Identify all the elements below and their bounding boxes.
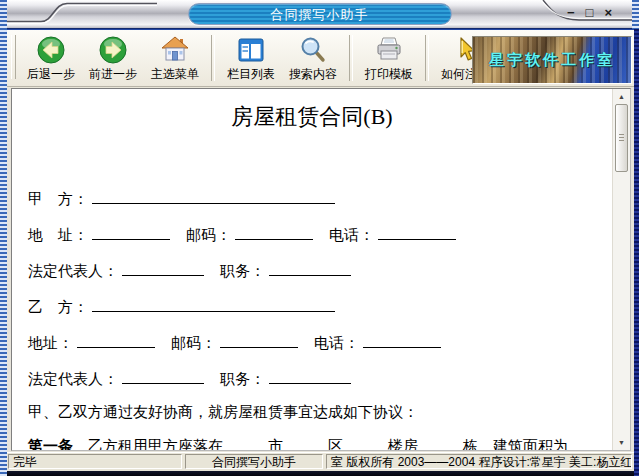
blank-line — [122, 368, 204, 384]
toolbar-button-label: 前进一步 — [89, 66, 137, 83]
panel-list-icon — [236, 35, 266, 65]
toolbar-button-forward[interactable]: 前进一步 — [82, 34, 144, 83]
toolbar-button-search[interactable]: 搜索内容 — [282, 34, 344, 83]
blank-line — [92, 224, 170, 240]
party-a-label: 甲 方： — [28, 191, 88, 207]
status-done: 完毕 — [8, 454, 182, 469]
agreement-paragraph: 甲、乙双方通过友好协商，就房屋租赁事宜达成如下协议： — [28, 404, 418, 421]
vertical-scrollbar[interactable]: ▲ ▼ — [612, 89, 630, 450]
toolbar-button-label: 打印模板 — [365, 66, 413, 83]
phone-label: 电话： — [314, 335, 359, 351]
status-app-name: 合同撰写小助手 — [185, 454, 323, 469]
clause-1-line: 第一条 乙方租用甲方座落在 市 区 楼房 栋 建筑面积为 平 — [28, 438, 612, 450]
title-bar: 合同撰写小助手 − □ × — [7, 0, 632, 28]
maximize-button[interactable]: □ — [586, 5, 594, 21]
toolbar-button-column-list[interactable]: 栏目列表 — [220, 34, 282, 83]
toolbar-button-label: 栏目列表 — [227, 66, 275, 83]
blank-line — [235, 224, 313, 240]
blank-line — [92, 296, 335, 312]
phone-label: 电话： — [329, 227, 374, 243]
window-left-edge — [0, 0, 7, 476]
scrollbar-grip — [619, 134, 624, 142]
legal-rep-label: 法定代表人： — [28, 371, 118, 387]
minimize-button[interactable]: − — [567, 5, 575, 21]
legal-rep-label: 法定代表人： — [28, 263, 118, 279]
toolbar-button-label: 主选菜单 — [151, 66, 199, 83]
address-a-line: 地 址：邮码：电话： — [28, 224, 456, 241]
window-right-edge-top — [632, 0, 639, 29]
zip-label: 邮码： — [171, 335, 216, 351]
app-window: 合同撰写小助手 − □ × 后退一步 前进一步 — [0, 0, 639, 476]
printer-icon — [374, 35, 404, 65]
document-viewer[interactable]: 房屋租赁合同(B) 甲 方： 地 址：邮码：电话： 法定代表人：职务： 乙 方：… — [11, 88, 631, 451]
blank-line — [269, 368, 351, 384]
scrollbar-thumb[interactable] — [615, 104, 628, 172]
status-copyright: 室 版权所有 2003——2004 程序设计:常星宇 美工:杨立红 — [326, 454, 632, 469]
banner-studio-text: 星宇软件工作室 — [489, 51, 615, 70]
clause-1-text: 乙方租用甲方座落在 市 区 楼房 栋 建筑面积为 平 — [73, 438, 612, 450]
close-button[interactable]: × — [604, 5, 612, 21]
toolbar-separator — [349, 35, 353, 81]
toolbar-separator — [211, 35, 215, 81]
contract-document: 房屋租赁合同(B) 甲 方： 地 址：邮码：电话： 法定代表人：职务： 乙 方：… — [12, 89, 612, 450]
agreement-text: 甲、乙双方通过友好协商，就房屋租赁事宜达成如下协议： — [28, 404, 418, 420]
blank-line — [269, 260, 351, 276]
window-bottom-edge — [0, 471, 639, 476]
clause-1-number: 第一条 — [28, 438, 73, 450]
back-arrow-icon — [36, 35, 66, 65]
toolbar-separator — [425, 35, 429, 81]
toolbar-button-main-menu[interactable]: 主选菜单 — [144, 34, 206, 83]
party-a-line: 甲 方： — [28, 188, 335, 205]
contract-title: 房屋租赁合同(B) — [12, 102, 612, 132]
window-right-edge — [634, 29, 639, 476]
toolbar-button-label: 搜索内容 — [289, 66, 337, 83]
titlebar-divider — [0, 28, 639, 30]
toolbar-button-print-template[interactable]: 打印模板 — [358, 34, 420, 83]
toolbar-button-label: 后退一步 — [27, 66, 75, 83]
blank-line — [77, 332, 155, 348]
toolbar: 后退一步 前进一步 主选菜单 — [7, 30, 634, 87]
address-label: 地 址： — [28, 227, 88, 243]
scroll-down-icon[interactable]: ▼ — [613, 439, 630, 446]
party-b-label: 乙 方： — [28, 299, 88, 315]
blank-line — [92, 188, 335, 204]
blank-line — [378, 224, 456, 240]
window-title: 合同撰写小助手 — [188, 3, 452, 25]
toolbar-button-back[interactable]: 后退一步 — [20, 34, 82, 83]
position-label: 职务： — [220, 371, 265, 387]
blank-line — [220, 332, 298, 348]
zip-label: 邮码： — [186, 227, 231, 243]
scroll-up-icon[interactable]: ▲ — [613, 93, 630, 100]
window-controls: − □ × — [567, 5, 612, 21]
address-label: 地址： — [28, 335, 73, 351]
search-icon — [298, 35, 328, 65]
blank-line — [122, 260, 204, 276]
status-bar: 完毕 合同撰写小助手 室 版权所有 2003——2004 程序设计:常星宇 美工… — [7, 452, 634, 470]
home-icon — [160, 35, 190, 65]
legal-rep-b-line: 法定代表人：职务： — [28, 368, 351, 385]
address-b-line: 地址：邮码：电话： — [28, 332, 441, 349]
blank-line — [363, 332, 441, 348]
party-b-line: 乙 方： — [28, 296, 335, 313]
legal-rep-a-line: 法定代表人：职务： — [28, 260, 351, 277]
content-region: 房屋租赁合同(B) 甲 方： 地 址：邮码：电话： 法定代表人：职务： 乙 方：… — [7, 88, 634, 452]
toolbar-gripper[interactable] — [11, 35, 16, 79]
banner-studio-image[interactable]: 星宇软件工作室 — [472, 36, 632, 84]
forward-arrow-icon — [98, 35, 128, 65]
position-label: 职务： — [220, 263, 265, 279]
